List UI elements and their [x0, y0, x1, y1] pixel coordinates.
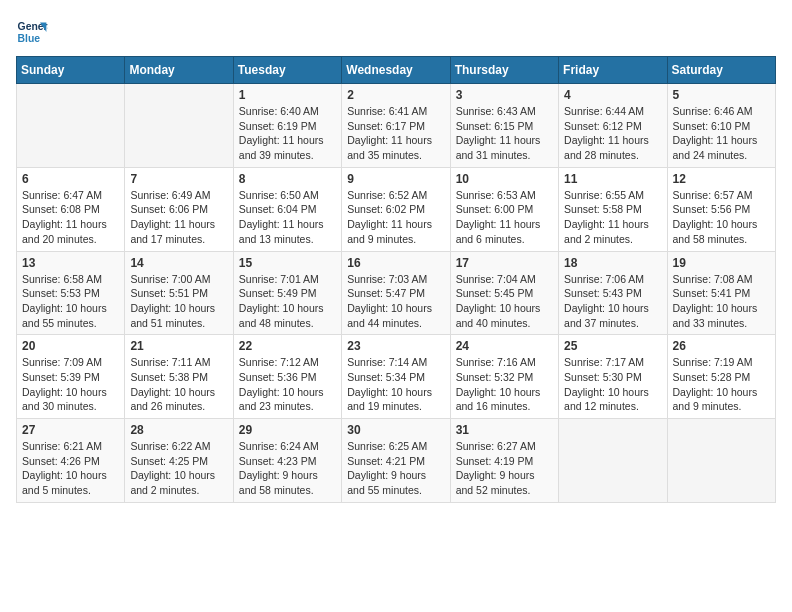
day-info: Sunrise: 6:52 AM Sunset: 6:02 PM Dayligh… [347, 188, 444, 247]
day-cell: 2Sunrise: 6:41 AM Sunset: 6:17 PM Daylig… [342, 84, 450, 168]
day-number: 24 [456, 339, 553, 353]
day-cell: 23Sunrise: 7:14 AM Sunset: 5:34 PM Dayli… [342, 335, 450, 419]
day-number: 23 [347, 339, 444, 353]
day-number: 4 [564, 88, 661, 102]
day-info: Sunrise: 7:12 AM Sunset: 5:36 PM Dayligh… [239, 355, 336, 414]
day-info: Sunrise: 7:03 AM Sunset: 5:47 PM Dayligh… [347, 272, 444, 331]
col-header-wednesday: Wednesday [342, 57, 450, 84]
day-info: Sunrise: 6:43 AM Sunset: 6:15 PM Dayligh… [456, 104, 553, 163]
day-cell: 16Sunrise: 7:03 AM Sunset: 5:47 PM Dayli… [342, 251, 450, 335]
day-info: Sunrise: 6:50 AM Sunset: 6:04 PM Dayligh… [239, 188, 336, 247]
day-cell: 19Sunrise: 7:08 AM Sunset: 5:41 PM Dayli… [667, 251, 775, 335]
day-cell: 21Sunrise: 7:11 AM Sunset: 5:38 PM Dayli… [125, 335, 233, 419]
day-number: 16 [347, 256, 444, 270]
day-cell: 6Sunrise: 6:47 AM Sunset: 6:08 PM Daylig… [17, 167, 125, 251]
day-number: 7 [130, 172, 227, 186]
day-cell [667, 419, 775, 503]
day-cell: 28Sunrise: 6:22 AM Sunset: 4:25 PM Dayli… [125, 419, 233, 503]
day-cell: 14Sunrise: 7:00 AM Sunset: 5:51 PM Dayli… [125, 251, 233, 335]
week-row-2: 6Sunrise: 6:47 AM Sunset: 6:08 PM Daylig… [17, 167, 776, 251]
day-cell: 30Sunrise: 6:25 AM Sunset: 4:21 PM Dayli… [342, 419, 450, 503]
col-header-friday: Friday [559, 57, 667, 84]
day-info: Sunrise: 6:22 AM Sunset: 4:25 PM Dayligh… [130, 439, 227, 498]
day-info: Sunrise: 6:25 AM Sunset: 4:21 PM Dayligh… [347, 439, 444, 498]
day-cell: 11Sunrise: 6:55 AM Sunset: 5:58 PM Dayli… [559, 167, 667, 251]
col-header-thursday: Thursday [450, 57, 558, 84]
week-row-4: 20Sunrise: 7:09 AM Sunset: 5:39 PM Dayli… [17, 335, 776, 419]
col-header-monday: Monday [125, 57, 233, 84]
day-cell: 24Sunrise: 7:16 AM Sunset: 5:32 PM Dayli… [450, 335, 558, 419]
day-info: Sunrise: 6:55 AM Sunset: 5:58 PM Dayligh… [564, 188, 661, 247]
logo: General Blue [16, 16, 48, 48]
day-info: Sunrise: 7:09 AM Sunset: 5:39 PM Dayligh… [22, 355, 119, 414]
header-row: SundayMondayTuesdayWednesdayThursdayFrid… [17, 57, 776, 84]
day-cell: 20Sunrise: 7:09 AM Sunset: 5:39 PM Dayli… [17, 335, 125, 419]
day-number: 25 [564, 339, 661, 353]
day-number: 8 [239, 172, 336, 186]
day-number: 12 [673, 172, 770, 186]
day-info: Sunrise: 7:16 AM Sunset: 5:32 PM Dayligh… [456, 355, 553, 414]
day-info: Sunrise: 7:06 AM Sunset: 5:43 PM Dayligh… [564, 272, 661, 331]
day-cell: 8Sunrise: 6:50 AM Sunset: 6:04 PM Daylig… [233, 167, 341, 251]
day-number: 5 [673, 88, 770, 102]
day-cell: 4Sunrise: 6:44 AM Sunset: 6:12 PM Daylig… [559, 84, 667, 168]
day-cell: 10Sunrise: 6:53 AM Sunset: 6:00 PM Dayli… [450, 167, 558, 251]
day-number: 10 [456, 172, 553, 186]
day-cell: 26Sunrise: 7:19 AM Sunset: 5:28 PM Dayli… [667, 335, 775, 419]
day-number: 15 [239, 256, 336, 270]
day-cell: 22Sunrise: 7:12 AM Sunset: 5:36 PM Dayli… [233, 335, 341, 419]
day-cell: 9Sunrise: 6:52 AM Sunset: 6:02 PM Daylig… [342, 167, 450, 251]
calendar-table: SundayMondayTuesdayWednesdayThursdayFrid… [16, 56, 776, 503]
day-cell: 5Sunrise: 6:46 AM Sunset: 6:10 PM Daylig… [667, 84, 775, 168]
day-info: Sunrise: 7:19 AM Sunset: 5:28 PM Dayligh… [673, 355, 770, 414]
day-number: 29 [239, 423, 336, 437]
day-number: 17 [456, 256, 553, 270]
day-number: 22 [239, 339, 336, 353]
day-number: 11 [564, 172, 661, 186]
day-info: Sunrise: 7:00 AM Sunset: 5:51 PM Dayligh… [130, 272, 227, 331]
col-header-saturday: Saturday [667, 57, 775, 84]
day-number: 2 [347, 88, 444, 102]
day-info: Sunrise: 7:11 AM Sunset: 5:38 PM Dayligh… [130, 355, 227, 414]
day-cell [559, 419, 667, 503]
day-number: 27 [22, 423, 119, 437]
day-info: Sunrise: 6:47 AM Sunset: 6:08 PM Dayligh… [22, 188, 119, 247]
day-number: 31 [456, 423, 553, 437]
day-cell: 12Sunrise: 6:57 AM Sunset: 5:56 PM Dayli… [667, 167, 775, 251]
day-cell: 13Sunrise: 6:58 AM Sunset: 5:53 PM Dayli… [17, 251, 125, 335]
day-cell: 7Sunrise: 6:49 AM Sunset: 6:06 PM Daylig… [125, 167, 233, 251]
day-number: 3 [456, 88, 553, 102]
day-cell: 25Sunrise: 7:17 AM Sunset: 5:30 PM Dayli… [559, 335, 667, 419]
day-cell [17, 84, 125, 168]
day-number: 26 [673, 339, 770, 353]
day-info: Sunrise: 6:57 AM Sunset: 5:56 PM Dayligh… [673, 188, 770, 247]
header: General Blue [16, 16, 776, 48]
day-number: 18 [564, 256, 661, 270]
col-header-tuesday: Tuesday [233, 57, 341, 84]
logo-icon: General Blue [16, 16, 48, 48]
day-cell: 27Sunrise: 6:21 AM Sunset: 4:26 PM Dayli… [17, 419, 125, 503]
day-info: Sunrise: 7:04 AM Sunset: 5:45 PM Dayligh… [456, 272, 553, 331]
day-number: 1 [239, 88, 336, 102]
day-number: 14 [130, 256, 227, 270]
day-info: Sunrise: 6:44 AM Sunset: 6:12 PM Dayligh… [564, 104, 661, 163]
col-header-sunday: Sunday [17, 57, 125, 84]
svg-text:Blue: Blue [18, 33, 41, 44]
day-cell: 15Sunrise: 7:01 AM Sunset: 5:49 PM Dayli… [233, 251, 341, 335]
day-info: Sunrise: 7:17 AM Sunset: 5:30 PM Dayligh… [564, 355, 661, 414]
day-cell: 17Sunrise: 7:04 AM Sunset: 5:45 PM Dayli… [450, 251, 558, 335]
week-row-5: 27Sunrise: 6:21 AM Sunset: 4:26 PM Dayli… [17, 419, 776, 503]
day-info: Sunrise: 7:14 AM Sunset: 5:34 PM Dayligh… [347, 355, 444, 414]
day-info: Sunrise: 6:40 AM Sunset: 6:19 PM Dayligh… [239, 104, 336, 163]
day-number: 28 [130, 423, 227, 437]
day-info: Sunrise: 6:27 AM Sunset: 4:19 PM Dayligh… [456, 439, 553, 498]
day-number: 30 [347, 423, 444, 437]
day-cell [125, 84, 233, 168]
day-info: Sunrise: 7:01 AM Sunset: 5:49 PM Dayligh… [239, 272, 336, 331]
day-info: Sunrise: 6:21 AM Sunset: 4:26 PM Dayligh… [22, 439, 119, 498]
day-cell: 29Sunrise: 6:24 AM Sunset: 4:23 PM Dayli… [233, 419, 341, 503]
day-number: 6 [22, 172, 119, 186]
day-number: 13 [22, 256, 119, 270]
day-cell: 3Sunrise: 6:43 AM Sunset: 6:15 PM Daylig… [450, 84, 558, 168]
day-info: Sunrise: 6:41 AM Sunset: 6:17 PM Dayligh… [347, 104, 444, 163]
